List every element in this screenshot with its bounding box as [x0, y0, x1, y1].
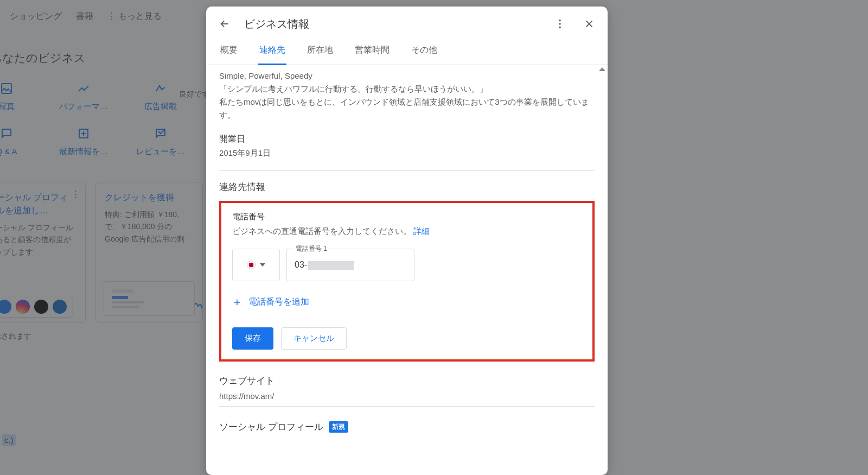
svg-point-2 [559, 20, 561, 22]
close-button[interactable] [579, 14, 599, 34]
new-badge: 新規 [329, 421, 348, 433]
divider [219, 170, 595, 171]
phone-field-label: 電話番号 1 [293, 244, 329, 254]
phone-highlight-box: 電話番号 ビジネスへの直通電話番号を入力してください。詳細 電話番号 1 03-… [219, 201, 595, 362]
phone-number-field[interactable]: 電話番号 1 03- [286, 249, 414, 281]
tab-hours[interactable]: 営業時間 [354, 37, 391, 65]
tab-contact[interactable]: 連絡先 [258, 37, 286, 65]
more-options-button[interactable] [550, 14, 570, 34]
tab-location[interactable]: 所在地 [306, 37, 334, 65]
modal-title: ビジネス情報 [244, 17, 540, 31]
country-code-selector[interactable] [232, 249, 280, 281]
opening-date-label: 開業日 [219, 134, 595, 145]
website-value: https://mov.am/ [219, 391, 595, 401]
svg-point-4 [559, 27, 561, 29]
scroll-up-arrow [599, 67, 605, 71]
cancel-button[interactable]: キャンセル [281, 327, 347, 350]
business-description: Simple, Powerful, Speedy 「シンプルに考えパワフルに行動… [219, 69, 595, 122]
divider [219, 406, 595, 407]
phone-hint: ビジネスへの直通電話番号を入力してください。詳細 [232, 226, 582, 237]
social-profile-label: ソーシャル プロフィール [219, 421, 323, 433]
modal-body[interactable]: Simple, Powerful, Speedy 「シンプルに考えパワフルに行動… [206, 65, 608, 475]
chevron-down-icon [260, 263, 265, 267]
modal-tabs: 概要 連絡先 所在地 営業時間 その他 [206, 37, 608, 65]
website-label: ウェブサイト [219, 375, 595, 387]
svg-point-3 [559, 23, 561, 25]
contact-section-title: 連絡先情報 [219, 181, 595, 193]
business-info-modal: ビジネス情報 概要 連絡先 所在地 営業時間 その他 Simple, Power… [206, 7, 608, 475]
save-button[interactable]: 保存 [232, 327, 273, 350]
opening-date-value: 2015年9月1日 [219, 148, 595, 159]
phone-label: 電話番号 [232, 212, 582, 222]
add-phone-button[interactable]: 電話番号を追加 [232, 296, 582, 308]
phone-details-link[interactable]: 詳細 [413, 226, 430, 236]
tab-overview[interactable]: 概要 [219, 37, 239, 65]
japan-flag-icon [247, 261, 256, 269]
back-button[interactable] [215, 14, 234, 34]
redacted-number [308, 261, 354, 270]
tab-other[interactable]: その他 [410, 37, 438, 65]
